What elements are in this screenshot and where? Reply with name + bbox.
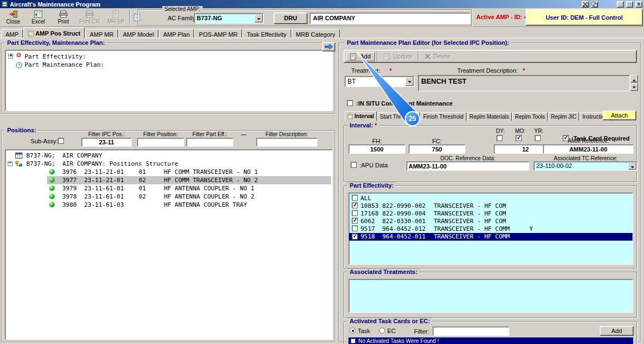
amm-reference-input[interactable] [543, 144, 634, 154]
tab-task-effectivity[interactable]: Task Effectivity [243, 29, 291, 38]
ec-radio[interactable] [379, 328, 385, 334]
tab-pos-amp-mr[interactable]: POS-AMP MR [194, 29, 242, 38]
row-checkbox[interactable] [352, 218, 358, 224]
tree-root-positions-structure[interactable]: B737-NG; AIR COMPANY: Positions Structur… [5, 160, 332, 168]
ac-family-combobox[interactable]: B737-NG [194, 13, 264, 24]
part-effectivity-row[interactable]: 6062 822-0330-001 TRANSCEIVER - HF COM [349, 218, 633, 225]
print-cr-button[interactable]: Print CR [76, 9, 103, 26]
tab-amp-plan[interactable]: AMP Plan [159, 29, 194, 38]
close-button[interactable]: Close [1, 9, 25, 26]
toolbar-separator [418, 51, 419, 61]
chevron-down-icon[interactable] [255, 14, 263, 22]
mo-checkbox[interactable] [516, 135, 522, 141]
part-effectivity-row[interactable]: 10853 822-0990-002 TRANSCEIVER - HF COM [349, 202, 633, 210]
positions-group: Positions: Sub-Assy: Filter IPC Pos.: Fi… [1, 130, 335, 342]
all-checkbox[interactable] [352, 195, 358, 201]
tab-start-threshold[interactable]: Start Threshold [377, 112, 420, 121]
dy-checkbox[interactable] [497, 135, 503, 141]
expand-icon[interactable] [8, 54, 13, 59]
tc-reference-combobox[interactable]: 23-110-00-02 [534, 161, 637, 171]
row-checkbox[interactable] [352, 234, 358, 240]
position-code: 23-11-21-01 [84, 177, 124, 184]
chevron-down-icon[interactable] [628, 162, 636, 170]
update-icon [383, 53, 391, 60]
excel-button[interactable]: Excel [26, 9, 50, 26]
tab-replm-materials[interactable]: Replm Materials [467, 112, 512, 121]
position-row-selected[interactable]: 3977 23-11-21-01 02 HF COMM TRANSCEIVER … [47, 176, 331, 184]
row-checkbox[interactable] [352, 202, 358, 208]
treatment-combobox[interactable]: BT [345, 76, 415, 87]
part-effectivity-group: Part Effectivity: ALL 10853 822-0990-002… [344, 185, 637, 269]
position-row[interactable]: 3979 23-11-61-01 01 HF ANTENNA COUPLER -… [5, 184, 332, 193]
maximize-button[interactable]: □ [626, 1, 633, 8]
mr-eff-button[interactable]: MR Eff [104, 9, 128, 26]
tab-amp-model[interactable]: AMP Model [119, 29, 158, 38]
apu-data-checkbox[interactable] [351, 162, 357, 168]
split-view-button[interactable] [591, 1, 598, 8]
add-button[interactable]: Add [346, 52, 375, 61]
sub-assy-checkbox[interactable] [58, 138, 64, 144]
tab-finish-threshold[interactable]: Finish Threshold [421, 112, 466, 121]
spinner-up-button[interactable] [630, 75, 638, 83]
effectivity-tree[interactable]: ⚙ Part Effectivity: Part Maintenance Pla… [5, 50, 333, 111]
tree-root-aircraft[interactable]: B737-NG; AIR COMPANY [5, 151, 332, 160]
ec-radio-label: EC [387, 328, 395, 334]
row-checkbox[interactable] [352, 210, 358, 216]
tab-amp[interactable]: AMP [1, 29, 23, 38]
position-code: 23-11-61-03 [84, 201, 124, 208]
list-item-all[interactable]: ALL [349, 195, 633, 202]
dru-button[interactable]: DRU [274, 13, 308, 24]
tab-replm-tools[interactable]: Replm Tools [512, 112, 548, 121]
attach-button[interactable]: Attach [602, 110, 636, 120]
filter-ipc-label: Filter IPC Pos.: [81, 131, 132, 137]
associated-treatments-list[interactable] [348, 279, 633, 313]
part-effectivity-row[interactable]: 9517 964-0452-012 TRANSCEIVER - HF COMM … [349, 225, 633, 233]
collapse-icon[interactable] [8, 161, 13, 166]
task-filter-input[interactable] [433, 326, 509, 336]
delete-button[interactable]: Delete [421, 53, 454, 60]
print-button[interactable]: Print [51, 9, 75, 26]
tab-mrb-category[interactable]: MRB Category [292, 29, 340, 38]
update-button[interactable]: Update [380, 53, 416, 61]
tab-interval[interactable]: Interval [345, 111, 377, 121]
close-window-button[interactable]: X [635, 1, 642, 8]
position-id: 3980 [62, 201, 77, 208]
add-task-button[interactable]: Add [600, 326, 634, 336]
filter-position-input[interactable] [137, 138, 184, 147]
tree-root-label: B737-NG; AIR COMPANY: Positions Structur… [26, 160, 178, 167]
required-asterisk: * [375, 122, 377, 129]
chevron-down-icon[interactable] [405, 77, 413, 86]
empty-row-checkbox[interactable] [351, 339, 356, 343]
tab-replm-jic[interactable]: Replm JIC [548, 112, 580, 121]
position-id: 3979 [62, 185, 77, 192]
tree-item-part-effectivity[interactable]: ⚙ Part Effectivity: [5, 53, 332, 61]
company-field[interactable]: AIR COMPANY [310, 13, 470, 24]
treatment-description-value: BENCH TEST [421, 77, 466, 85]
position-row[interactable]: 3980 23-11-61-03 HF ANTENNA COUPLER TRAY [5, 201, 332, 209]
collapse-panel-button[interactable] [322, 42, 335, 51]
scissors-button[interactable] [582, 1, 589, 8]
fh-input[interactable] [348, 144, 405, 154]
tab-amp-mr[interactable]: AMP MR [85, 29, 118, 38]
position-description: HF ANTENNA COUPLER - NO 2 [164, 193, 255, 200]
spinner-down-button[interactable] [630, 83, 638, 91]
tab-amp-pos-struct[interactable]: AMP Pos Struct [23, 27, 85, 38]
minimize-button[interactable]: _ [617, 1, 624, 8]
filter-description-input[interactable] [256, 138, 317, 147]
position-row[interactable]: 3976 23-11-21-01 01 HF COMM TRANSCEIVER … [5, 168, 332, 176]
yr-checkbox[interactable] [535, 135, 541, 141]
tree-item-part-maintenance-plan[interactable]: Part Maintenance Plan: [5, 61, 332, 69]
part-effectivity-list[interactable]: ALL 10853 822-0990-002 TRANSCEIVER - HF … [348, 193, 633, 265]
doc-reference-input[interactable] [406, 161, 529, 171]
insitu-checkbox[interactable] [347, 100, 353, 106]
filter-part-eff-input[interactable] [186, 138, 233, 147]
filter-ipc-input[interactable] [81, 138, 132, 147]
position-row[interactable]: 3978 23-11-61-01 02 HF ANTENNA COUPLER -… [5, 193, 332, 201]
positions-tree[interactable]: B737-NG; AIR COMPANY B737-NG; AIR COMPAN… [5, 149, 333, 340]
row-checkbox[interactable] [352, 225, 358, 231]
task-radio[interactable] [350, 328, 356, 334]
company-value: AIR COMPANY [313, 15, 355, 21]
part-effectivity-row[interactable]: 17168 822-0990-004 TRANSCEIVER - HF COM [349, 210, 633, 218]
fc-input[interactable] [409, 144, 465, 154]
part-effectivity-row-selected[interactable]: 9518 964-0452-011 TRANSCEIVER - HF COMM [349, 233, 633, 241]
